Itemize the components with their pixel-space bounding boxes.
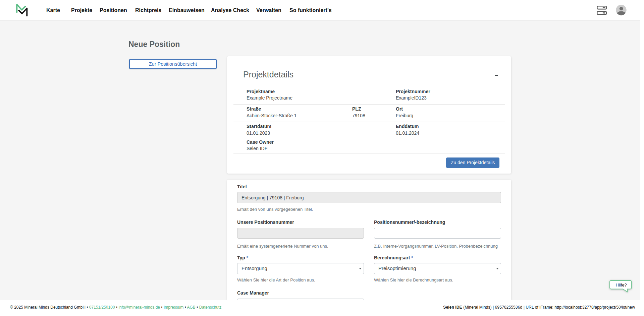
- svg-text:Hilfe?: Hilfe?: [616, 282, 627, 288]
